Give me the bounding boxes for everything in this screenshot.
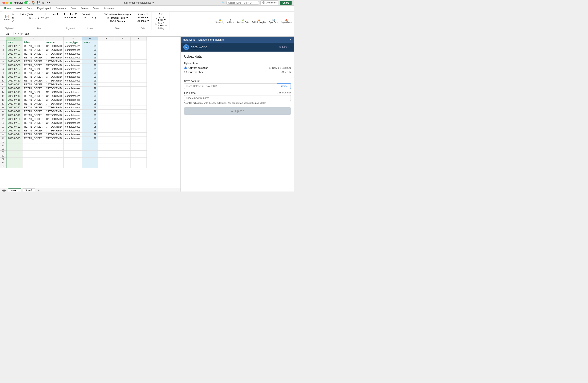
italic-button[interactable]: I xyxy=(32,16,33,20)
tab-formulas[interactable]: Formulas xyxy=(53,6,68,11)
share-button[interactable]: Share xyxy=(280,0,292,5)
add-ins-button[interactable]: ⚙ Add-ins xyxy=(226,19,235,24)
tab-data[interactable]: Data xyxy=(68,6,78,11)
indent-inc-button[interactable]: ⇥ xyxy=(74,16,76,19)
font-decrease-icon[interactable]: A↓ xyxy=(57,13,60,16)
formula-input[interactable] xyxy=(24,32,292,35)
radio-current-sheet-input[interactable] xyxy=(184,71,187,73)
format-painter-button[interactable]: 🖌 xyxy=(11,20,15,22)
minimize-traffic-light[interactable] xyxy=(6,2,8,4)
search-input[interactable] xyxy=(226,1,259,5)
filename-chevron[interactable]: ∨ xyxy=(152,1,154,4)
currency-button[interactable]: $ xyxy=(95,16,96,19)
font-family-input[interactable] xyxy=(19,13,43,16)
dw-close-button[interactable]: × xyxy=(290,38,292,41)
redo-icon[interactable]: ↪ xyxy=(49,1,52,4)
border-button[interactable]: ⊞ xyxy=(38,17,39,19)
sheet-nav-left[interactable]: ◀ xyxy=(2,189,4,192)
bold-button[interactable]: B xyxy=(29,16,31,20)
analyse-data-button[interactable]: 📊 Analyse Data xyxy=(236,19,250,24)
conditional-formatting-button[interactable]: ⊞ Conditional Formatting ▼ xyxy=(103,13,132,16)
confirm-icon[interactable]: ✓ xyxy=(17,32,20,35)
col-header-c[interactable]: C xyxy=(44,37,63,40)
tab-insert[interactable]: Insert xyxy=(13,6,24,11)
tab-view[interactable]: View xyxy=(91,6,101,11)
dw-info-icon[interactable]: ℹ xyxy=(291,46,292,49)
align-left-button[interactable]: ≡ xyxy=(64,16,66,19)
autosave-toggle[interactable]: AutoSave xyxy=(14,1,30,4)
align-bottom-button[interactable]: ⬇ xyxy=(69,13,71,16)
tab-home[interactable]: Home xyxy=(2,6,13,11)
autosave-pill[interactable] xyxy=(24,1,30,4)
dec-increase-button[interactable]: .0 xyxy=(88,16,90,19)
font-increase-icon[interactable]: A↑ xyxy=(53,13,56,16)
align-right-button[interactable]: ≡ xyxy=(69,16,70,19)
fill-color-button[interactable]: A▼ xyxy=(41,17,44,19)
col-header-b[interactable]: B xyxy=(22,37,44,40)
font-size-input[interactable] xyxy=(44,13,52,16)
percent-button[interactable]: % xyxy=(84,16,86,19)
dataset-url-input[interactable] xyxy=(184,83,277,89)
copy-button[interactable]: ⎘ xyxy=(11,16,15,19)
align-middle-button[interactable]: ↔ xyxy=(66,13,69,16)
find-select-button[interactable]: 🔍 Find &Select ▼ xyxy=(154,22,168,27)
col-header-a[interactable]: A xyxy=(6,37,22,40)
col-header-f[interactable]: F xyxy=(98,37,114,40)
print-icon: 🖨 xyxy=(42,1,44,4)
sheet-nav-right[interactable]: ▶ xyxy=(4,189,6,192)
radio-current-sheet[interactable]: Current sheet (Sheet1) xyxy=(184,71,291,74)
col-header-h[interactable]: H xyxy=(130,37,147,40)
cell-reference-input[interactable] xyxy=(2,32,14,35)
dw-logo-bar: dw data.world @didru... ℹ xyxy=(181,43,294,52)
more-icon[interactable]: ··· xyxy=(53,1,55,4)
sheet-tab-sheet1[interactable]: Sheet1 xyxy=(8,188,21,192)
merge-button[interactable]: ⊟ xyxy=(75,13,77,16)
filename-input[interactable] xyxy=(184,95,291,101)
comments-button[interactable]: 💬 Comments xyxy=(260,0,278,5)
ribbon-tabs: Home Insert Draw Page Layout Formulas Da… xyxy=(0,6,294,12)
cancel-icon[interactable]: ✕ xyxy=(15,32,17,35)
align-top-button[interactable]: ⬆ xyxy=(63,13,65,16)
undo-icon[interactable]: ↩ xyxy=(45,1,48,4)
radio-current-selection-input[interactable] xyxy=(184,66,187,69)
cell-styles-button[interactable]: ▦ Cell Styles ▼ xyxy=(109,20,126,23)
sheet-table-wrap[interactable]: A B C D E F G H 1 date table xyxy=(0,37,181,188)
paste-button[interactable]: 📋 Paste xyxy=(3,14,11,21)
tab-review[interactable]: Review xyxy=(78,6,91,11)
browse-button[interactable]: Browse xyxy=(277,83,291,89)
sum-button[interactable]: Σ ▼ xyxy=(158,13,164,16)
delete-button[interactable]: − Delete ▼ xyxy=(137,16,149,19)
sensitivity-button[interactable]: 🔒 Sensitivity xyxy=(214,19,225,24)
ribbon-group-styles: ⊞ Conditional Formatting ▼ ⊟ Format as T… xyxy=(101,12,134,30)
dw-logo-text: data.world xyxy=(190,45,207,49)
number-format-input[interactable] xyxy=(81,13,99,16)
dec-decrease-button[interactable]: .00 xyxy=(91,16,94,19)
format-button[interactable]: ⊞ Format ▼ xyxy=(136,19,150,22)
publish-insights-button[interactable]: 📤 Publish Insights xyxy=(251,19,267,24)
sort-filter-button[interactable]: ⇅ Sort &Filter ▼ xyxy=(155,16,167,21)
wrap-text-button[interactable]: ↩ xyxy=(72,13,74,16)
maximize-traffic-light[interactable] xyxy=(10,2,12,4)
col-header-e[interactable]: E xyxy=(82,37,98,40)
tab-page-layout[interactable]: Page Layout xyxy=(35,6,53,11)
align-center-button[interactable]: ≡ xyxy=(67,16,68,19)
radio-current-selection[interactable]: Current selection (1 Row x 1 Column) xyxy=(184,66,291,69)
format-as-table-button[interactable]: ⊟ Format as Table ▼ xyxy=(106,16,129,19)
sheet-tab-sheet2[interactable]: Sheet2 xyxy=(22,188,35,192)
tab-automate[interactable]: Automate xyxy=(101,6,116,11)
cut-button[interactable]: ✂ xyxy=(11,13,15,16)
tab-draw[interactable]: Draw xyxy=(24,6,35,11)
underline-button[interactable]: U xyxy=(34,16,36,20)
col-header-d[interactable]: D xyxy=(63,37,82,40)
close-traffic-light[interactable] xyxy=(2,2,5,4)
format-painter-icon: 🖌 xyxy=(12,20,14,22)
add-sheet-button[interactable]: + xyxy=(36,188,41,192)
insert-button[interactable]: + Insert ▼ xyxy=(137,13,149,16)
font-color-button[interactable]: A▼ xyxy=(45,17,49,19)
upload-button[interactable]: ☁ Upload xyxy=(184,107,291,115)
indent-dec-button[interactable]: ⇤ xyxy=(71,16,73,19)
import-data-button[interactable]: 📥 Import Data xyxy=(280,19,292,24)
col-header-g[interactable]: G xyxy=(114,37,130,40)
comma-button[interactable]: , xyxy=(87,16,87,19)
sync-data-button[interactable]: 🔄 Sync Data xyxy=(268,19,279,24)
